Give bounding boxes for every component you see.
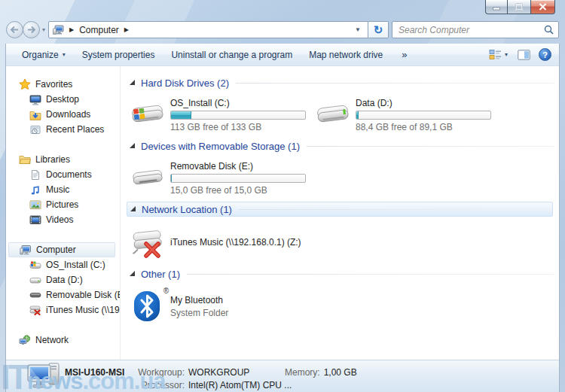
history-dropdown-icon[interactable]: ▾: [42, 26, 45, 33]
sidebar-item-favorites[interactable]: Favorites: [6, 77, 120, 92]
back-button[interactable]: [6, 21, 23, 38]
refresh-icon: ↻: [374, 23, 383, 37]
sidebar-label: Recent Places: [46, 124, 104, 135]
change-view-button[interactable]: ▾: [487, 47, 509, 62]
sidebar-item-computer[interactable]: Computer: [8, 242, 115, 257]
capacity-bar: [356, 111, 491, 120]
forward-arrow-icon: [26, 26, 36, 34]
capacity-bar: [170, 111, 306, 120]
sidebar-item-downloads[interactable]: Downloads: [6, 107, 120, 122]
help-icon: ?: [542, 50, 548, 59]
drive-name: Removable Disk (E:): [170, 161, 306, 172]
sidebar-item-desktop[interactable]: Desktop: [6, 92, 120, 107]
sidebar-item-music[interactable]: Music: [6, 182, 120, 197]
collapse-triangle-icon: [130, 80, 135, 85]
navigation-bar: ▾ ▶ Computer ▶ ▼ ↻: [6, 20, 559, 39]
search-icon: [544, 25, 554, 35]
window-body: Organize ▾ System properties Uninstall o…: [5, 44, 560, 392]
search-input[interactable]: [397, 24, 544, 36]
hard-drive-icon: [315, 96, 351, 132]
drive-name: Data (D:): [356, 98, 491, 108]
drive-name: OS_Install (C:): [170, 98, 306, 108]
address-bar[interactable]: ▶ Computer ▶ ▼: [48, 21, 368, 38]
sidebar-item-pictures[interactable]: Pictures: [6, 197, 120, 212]
bluetooth-tile[interactable]: ® My Bluetooth System Folder: [130, 289, 228, 324]
section-header-network-location[interactable]: Network Location (1): [127, 202, 553, 217]
organize-button[interactable]: Organize ▾: [14, 47, 74, 63]
help-button[interactable]: ?: [539, 48, 551, 61]
network-drive-name: iTunes Music (\\192.168.0.1) (Z:): [170, 237, 301, 248]
downloads-folder-icon: [29, 108, 41, 120]
hard-drive-icon: [130, 96, 166, 132]
sidebar-item-videos[interactable]: Videos: [6, 212, 120, 227]
libraries-icon: [19, 153, 31, 166]
network-location-tiles: iTunes Music (\\192.168.0.1) (Z:): [130, 220, 554, 260]
sidebar-item-network[interactable]: Network: [6, 333, 120, 348]
computer-icon: [20, 244, 32, 256]
disconnected-network-drive-icon: [29, 304, 41, 316]
sidebar-item-recent-places[interactable]: Recent Places: [6, 122, 120, 137]
window-controls: [485, 0, 555, 14]
section-header-hard-disk-drives[interactable]: Hard Disk Drives (2): [130, 75, 554, 90]
search-box[interactable]: [392, 21, 559, 38]
drive-tile-os-install[interactable]: OS_Install (C:) 113 GB free of 133 GB: [130, 96, 315, 132]
uninstall-program-button[interactable]: Uninstall or change a program: [163, 47, 301, 63]
memory-value: 1,00 GB: [324, 367, 357, 378]
breadcrumb-arrow-icon[interactable]: ▶: [69, 26, 74, 33]
sidebar-item-data-d[interactable]: Data (D:): [6, 272, 120, 287]
preview-pane-button[interactable]: [516, 47, 532, 62]
sidebar-label: Desktop: [46, 94, 79, 105]
explorer-window: ▾ ▶ Computer ▶ ▼ ↻: [0, 0, 565, 392]
collapse-triangle-icon: [130, 271, 135, 276]
sidebar-label: Libraries: [35, 154, 70, 165]
section-header-other[interactable]: Other (1): [130, 266, 554, 281]
bluetooth-icon: ®: [130, 289, 166, 324]
minimize-icon: [493, 4, 500, 11]
removable-tiles: Removable Disk (E:) 15,0 GB free of 15,0…: [130, 156, 554, 196]
sidebar-label: OS_Install (C:): [46, 260, 105, 270]
map-network-drive-label: Map network drive: [309, 50, 383, 60]
bluetooth-subtitle: System Folder: [170, 308, 228, 318]
minimize-button[interactable]: [485, 0, 508, 14]
memory-label: Memory:: [285, 367, 320, 378]
close-button[interactable]: [530, 0, 555, 14]
sidebar-label: Documents: [46, 169, 92, 180]
organize-dropdown-icon: ▾: [63, 51, 66, 58]
sidebar-item-removable-e[interactable]: Removable Disk (E:): [6, 287, 120, 302]
forward-button[interactable]: [23, 21, 40, 38]
sidebar-item-os-install-c[interactable]: OS_Install (C:): [6, 257, 120, 272]
maximize-button[interactable]: [508, 0, 530, 14]
free-space-text: 113 GB free of 133 GB: [170, 122, 306, 132]
map-network-drive-button[interactable]: Map network drive: [301, 47, 391, 63]
sidebar-label: Removable Disk (E:): [46, 290, 120, 300]
uninstall-program-label: Uninstall or change a program: [171, 50, 292, 60]
capacity-bar-fill: [171, 111, 191, 119]
system-properties-button[interactable]: System properties: [74, 47, 163, 63]
sidebar-item-libraries[interactable]: Libraries: [6, 152, 120, 167]
pictures-icon: [29, 199, 41, 211]
sidebar-label: Videos: [46, 214, 73, 225]
drive-tile-removable[interactable]: Removable Disk (E:) 15,0 GB free of 15,0…: [130, 160, 315, 196]
sidebar-item-itunes-music-z[interactable]: iTunes Music (\\192: [6, 302, 120, 318]
capacity-bar-fill: [356, 111, 359, 119]
system-drive-icon: [29, 259, 41, 271]
breadcrumb-computer[interactable]: Computer: [79, 25, 119, 35]
desktop-icon: [29, 93, 41, 105]
sidebar-item-documents[interactable]: Documents: [6, 167, 120, 182]
section-divider: [187, 274, 554, 275]
sidebar-label: iTunes Music (\\192: [46, 305, 120, 315]
section-title: Other (1): [141, 269, 180, 280]
processor-field: Processor:Intel(R) Atom(TM) CPU ...: [132, 380, 292, 390]
address-dropdown-icon[interactable]: ▼: [352, 26, 364, 33]
explorer-content: Favorites Desktop Downloads: [6, 66, 559, 360]
section-header-removable-storage[interactable]: Devices with Removable Storage (1): [130, 138, 554, 153]
network-drive-tile-itunes[interactable]: iTunes Music (\\192.168.0.1) (Z:): [130, 226, 301, 260]
drive-tile-data[interactable]: Data (D:) 88,4 GB free of 89,1 GB: [315, 96, 500, 132]
maximize-icon: [515, 3, 523, 11]
views-dropdown-icon: ▾: [505, 51, 508, 58]
section-title: Network Location (1): [142, 204, 232, 215]
refresh-button[interactable]: ↻: [368, 21, 389, 38]
sidebar-label: Favorites: [35, 79, 72, 90]
breadcrumb-arrow-icon[interactable]: ▶: [124, 26, 129, 33]
toolbar-overflow-chevron-icon[interactable]: »: [397, 47, 411, 62]
